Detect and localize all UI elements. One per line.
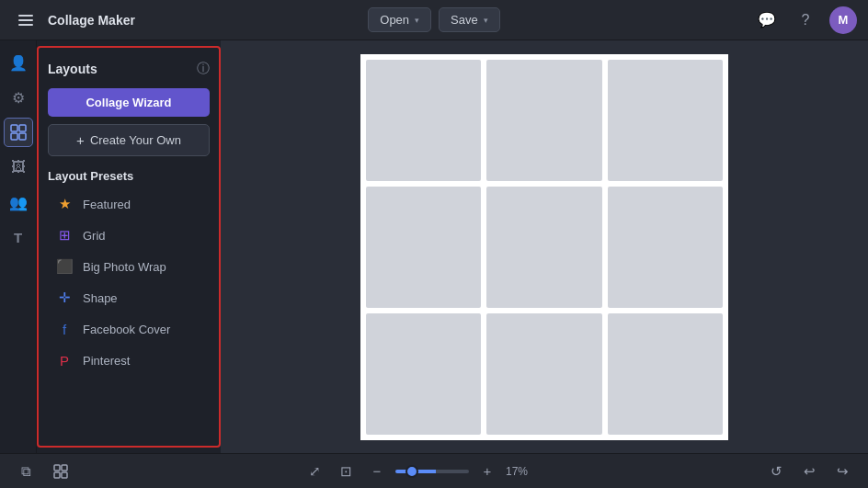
preset-item-featured[interactable]: ★ Featured: [48, 188, 210, 220]
preset-label-shape: Shape: [83, 291, 118, 305]
images-icon: 🖼: [11, 159, 26, 176]
panel-header: Layouts ⓘ: [48, 61, 210, 77]
redo-button[interactable]: ↪: [829, 459, 855, 484]
preset-label-bigphoto: Big Photo Wrap: [83, 260, 166, 274]
zoom-out-icon: −: [373, 463, 382, 479]
preset-icon-grid: ⊞: [55, 226, 74, 244]
save-chevron-icon: ▾: [484, 16, 488, 25]
svg-rect-5: [62, 465, 67, 471]
rotate-left-button[interactable]: ↺: [763, 459, 789, 484]
svg-rect-4: [54, 465, 60, 471]
create-own-button[interactable]: + Create Your Own: [48, 124, 210, 156]
panel-title: Layouts: [48, 62, 97, 76]
bottombar: ⧉ ⤢ ⊡ − + 17% ↺ ↩: [0, 453, 868, 488]
plus-icon: +: [76, 132, 85, 148]
chat-icon: 💬: [758, 11, 776, 28]
zoom-controls: ⤢ ⊡ − + 17%: [302, 459, 535, 484]
preset-icon-pinterest: P: [55, 351, 74, 369]
fit-icon: ⤢: [309, 463, 321, 480]
zoom-out-button[interactable]: −: [364, 459, 390, 484]
help-icon: ?: [802, 12, 810, 28]
grid-view-icon: [53, 464, 68, 479]
group-icon: 👥: [9, 194, 28, 211]
preset-icon-shape: ✛: [55, 289, 74, 307]
zoom-percent: 17%: [506, 465, 535, 478]
svg-rect-7: [62, 472, 67, 478]
avatar[interactable]: M: [829, 6, 857, 34]
preset-item-grid[interactable]: ⊞ Grid: [48, 220, 210, 251]
preset-label-grid: Grid: [83, 229, 106, 243]
app-title: Collage Maker: [48, 13, 135, 28]
people-icon: 👤: [9, 54, 28, 72]
layouts-panel: Layouts ⓘ Collage Wizard + Create Your O…: [37, 46, 221, 448]
save-label: Save: [451, 13, 478, 27]
open-label: Open: [380, 13, 409, 27]
text-icon: T: [14, 230, 22, 245]
hamburger-button[interactable]: [11, 6, 40, 35]
preset-item-shape[interactable]: ✛ Shape: [48, 282, 210, 313]
canvas-cell[interactable]: [486, 60, 601, 181]
topbar-right: 💬 ? M: [500, 6, 857, 35]
people-icon-btn[interactable]: 👤: [4, 48, 33, 77]
canvas-cell[interactable]: [486, 313, 601, 435]
zoom-in-icon: +: [484, 463, 492, 479]
undo-button[interactable]: ↩: [796, 459, 822, 484]
icon-bar: 👤 ⚙ 🖼 👥 T: [0, 40, 37, 453]
layouts-icon-btn[interactable]: [4, 118, 33, 147]
topbar: Collage Maker Open ▾ Save ▾ 💬 ? M: [0, 0, 868, 40]
presets-title: Layout Presets: [48, 169, 210, 183]
canvas-cell[interactable]: [608, 187, 723, 308]
preset-item-pinterest[interactable]: P Pinterest: [48, 345, 210, 376]
bottom-right: ↺ ↩ ↪: [763, 459, 855, 484]
collage-canvas: [360, 54, 728, 440]
preset-label-featured: Featured: [83, 198, 131, 211]
adjustments-icon: ⚙: [12, 89, 25, 107]
images-icon-btn[interactable]: 🖼: [4, 153, 33, 182]
canvas-cell[interactable]: [366, 187, 481, 308]
preset-icon-facebook: f: [55, 320, 74, 338]
collage-wizard-button[interactable]: Collage Wizard: [48, 88, 210, 117]
redo-icon: ↪: [837, 463, 849, 480]
bottom-left: ⧉: [13, 459, 74, 484]
help-button[interactable]: ?: [791, 6, 820, 35]
topbar-left: Collage Maker: [11, 6, 368, 35]
open-chevron-icon: ▾: [415, 16, 419, 25]
fit-button[interactable]: ⤢: [302, 459, 327, 484]
rotate-left-icon: ↺: [771, 463, 782, 480]
preset-item-facebook[interactable]: f Facebook Cover: [48, 313, 210, 345]
canvas-cell[interactable]: [366, 313, 481, 435]
save-button[interactable]: Save ▾: [439, 7, 500, 32]
canvas-area: [221, 40, 868, 453]
hamburger-icon: [18, 15, 33, 26]
preset-icon-bigphoto: ⬛: [55, 257, 74, 276]
preset-label-pinterest: Pinterest: [83, 354, 130, 368]
layouts-icon: [10, 124, 27, 141]
canvas-cell[interactable]: [608, 60, 723, 181]
preset-item-bigphoto[interactable]: ⬛ Big Photo Wrap: [48, 251, 210, 282]
canvas-cell[interactable]: [608, 313, 723, 435]
canvas-cell[interactable]: [486, 187, 601, 308]
svg-rect-1: [19, 125, 26, 131]
preset-list: ★ Featured ⊞ Grid ⬛ Big Photo Wrap ✛ Sha…: [48, 188, 210, 376]
undo-icon: ↩: [804, 463, 816, 480]
text-icon-btn[interactable]: T: [4, 222, 33, 252]
zoom-slider[interactable]: [395, 470, 469, 473]
open-button[interactable]: Open ▾: [368, 7, 431, 32]
info-icon[interactable]: ⓘ: [197, 61, 210, 77]
canvas-cell[interactable]: [366, 60, 481, 181]
svg-rect-6: [54, 472, 60, 478]
preset-label-facebook: Facebook Cover: [83, 323, 170, 336]
zoom-in-button[interactable]: +: [474, 459, 500, 484]
grid-view-button[interactable]: [48, 459, 74, 484]
svg-rect-0: [11, 125, 17, 131]
adjustments-icon-btn[interactable]: ⚙: [4, 83, 33, 112]
preset-icon-featured: ★: [55, 195, 74, 213]
crop-button[interactable]: ⊡: [333, 459, 359, 484]
layers-button[interactable]: ⧉: [13, 459, 39, 484]
chat-button[interactable]: 💬: [752, 6, 782, 35]
group-icon-btn[interactable]: 👥: [4, 187, 33, 217]
svg-rect-2: [11, 133, 17, 140]
svg-rect-3: [19, 133, 26, 140]
crop-icon: ⊡: [340, 463, 352, 480]
topbar-center: Open ▾ Save ▾: [368, 7, 499, 32]
